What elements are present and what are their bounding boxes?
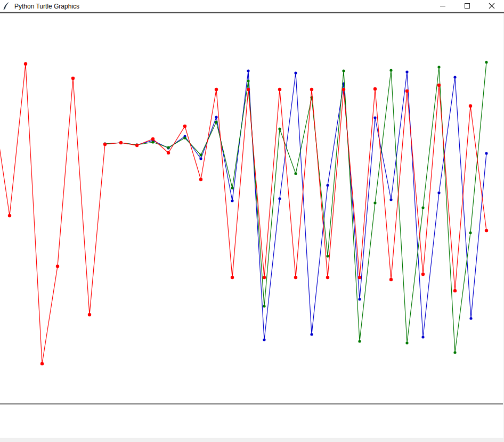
- blue-series-line: [105, 71, 486, 340]
- green-data-point: [183, 136, 186, 139]
- red-data-point: [215, 88, 218, 91]
- red-data-point: [437, 84, 441, 87]
- red-data-point: [167, 151, 170, 154]
- window-frame-bottom: [0, 438, 504, 442]
- red-data-point: [135, 144, 139, 147]
- green-data-point: [151, 141, 154, 143]
- red-data-point: [294, 276, 297, 279]
- blue-data-point: [469, 317, 472, 320]
- red-data-point: [485, 229, 488, 232]
- green-series-line: [105, 62, 486, 353]
- blue-data-point: [263, 338, 265, 341]
- minimize-button[interactable]: [430, 0, 455, 12]
- red-data-point: [373, 87, 377, 91]
- blue-data-point: [310, 333, 313, 335]
- blue-data-point: [405, 70, 408, 73]
- blue-data-point: [421, 335, 424, 338]
- red-data-point: [247, 88, 250, 91]
- green-data-point: [167, 146, 169, 149]
- minimize-icon: [440, 3, 446, 9]
- blue-data-point: [453, 76, 456, 78]
- red-data-point: [405, 89, 409, 93]
- blue-data-point: [215, 116, 217, 118]
- green-data-point: [342, 69, 345, 72]
- red-data-point: [453, 289, 457, 292]
- green-data-point: [469, 231, 472, 234]
- green-data-point: [437, 66, 440, 68]
- red-data-point: [103, 143, 107, 146]
- green-data-point: [389, 69, 392, 71]
- blue-data-point: [485, 152, 487, 154]
- titlebar-divider-dark: [0, 12, 504, 13]
- red-data-point: [421, 273, 425, 276]
- red-data-point: [183, 125, 186, 128]
- close-button[interactable]: [479, 0, 504, 12]
- green-data-point: [294, 172, 297, 175]
- blue-data-point: [389, 198, 392, 201]
- green-data-point: [263, 305, 265, 307]
- red-data-point: [71, 77, 75, 80]
- green-data-point: [358, 340, 361, 342]
- title-bar[interactable]: Python Turtle Graphics: [0, 0, 504, 12]
- red-data-point: [56, 265, 59, 268]
- green-data-point: [405, 341, 408, 344]
- maximize-icon: [464, 3, 470, 9]
- blue-data-point: [358, 298, 361, 300]
- window-controls: [430, 0, 504, 12]
- green-data-point: [326, 255, 329, 257]
- red-data-point: [231, 276, 234, 279]
- green-data-point: [421, 206, 424, 209]
- red-data-point: [263, 276, 266, 279]
- window-title: Python Turtle Graphics: [14, 2, 79, 10]
- turtle-canvas: [0, 0, 504, 442]
- blue-data-point: [326, 184, 329, 186]
- maximize-button[interactable]: [455, 0, 479, 12]
- blue-data-point: [294, 71, 297, 74]
- tk-feather-icon: [3, 2, 10, 10]
- blue-data-point: [437, 191, 440, 194]
- green-data-point: [199, 153, 202, 156]
- green-data-point: [485, 61, 487, 63]
- red-data-point: [278, 88, 281, 91]
- red-data-point: [151, 137, 155, 141]
- red-data-point: [469, 104, 472, 108]
- blue-data-point: [373, 116, 376, 119]
- red-series-line: [0, 64, 486, 364]
- turtle-graphics-window: Python Turtle Graphics: [0, 0, 504, 442]
- blue-data-point: [231, 199, 233, 202]
- close-icon: [489, 3, 495, 9]
- red-data-point: [199, 178, 202, 181]
- green-data-point: [215, 120, 217, 123]
- red-data-point: [8, 214, 11, 217]
- blue-data-point: [278, 197, 281, 200]
- red-data-point: [40, 362, 44, 365]
- green-data-point: [278, 127, 281, 130]
- red-data-point: [389, 278, 393, 281]
- red-data-point: [119, 141, 123, 144]
- red-data-point: [88, 313, 91, 316]
- blue-data-point: [247, 69, 249, 72]
- green-data-point: [373, 201, 376, 204]
- red-data-point: [326, 276, 329, 279]
- red-data-point: [24, 62, 27, 66]
- blue-data-point: [199, 157, 202, 160]
- red-data-point: [342, 88, 345, 91]
- green-data-point: [453, 351, 456, 354]
- green-data-point: [247, 79, 249, 82]
- red-data-point: [310, 88, 313, 91]
- green-data-point: [231, 186, 233, 189]
- red-data-point: [358, 276, 361, 279]
